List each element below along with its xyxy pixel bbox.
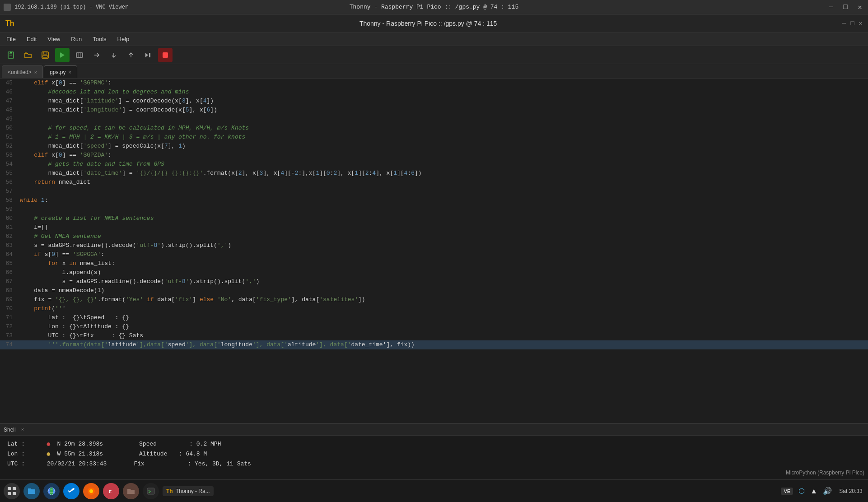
- line-content[interactable]: UTC : {}\tFix : {} Sats: [18, 331, 868, 340]
- step-over-button[interactable]: [89, 48, 104, 62]
- resume-button[interactable]: [141, 48, 155, 62]
- open-file-button[interactable]: [21, 48, 35, 62]
- code-line-65: 65 for x in nmea_list:: [0, 259, 868, 268]
- code-line-54: 54 # gets the date and time from GPS: [0, 160, 868, 169]
- line-content[interactable]: [18, 115, 868, 124]
- line-content[interactable]: nmea_dict['speed'] = speedCalc(x[7], 1): [18, 142, 868, 151]
- tab-untitled-close[interactable]: ×: [34, 70, 37, 75]
- menu-file[interactable]: File: [2, 34, 20, 44]
- maximize-button[interactable]: □: [841, 3, 850, 11]
- line-number: 52: [0, 142, 18, 151]
- menu-edit[interactable]: Edit: [22, 34, 41, 44]
- line-content[interactable]: for x in nmea_list:: [18, 259, 868, 268]
- fix-value: : Yes, 3D, 11 Sats: [170, 459, 251, 469]
- ve-icon[interactable]: VE: [781, 488, 793, 495]
- menu-run[interactable]: Run: [66, 34, 86, 44]
- code-line-57: 57: [0, 187, 868, 196]
- line-content[interactable]: [18, 187, 868, 196]
- debug-button[interactable]: [72, 48, 87, 62]
- line-content[interactable]: nmea_dict['latitude'] = coordDecode(x[3]…: [18, 97, 868, 106]
- menu-tools[interactable]: Tools: [88, 34, 111, 44]
- line-content[interactable]: return nmea_dict: [18, 178, 868, 187]
- line-content[interactable]: Lon : {}\tAltitude : {}: [18, 322, 868, 331]
- line-content[interactable]: # create a list for NMEA sentences: [18, 214, 868, 223]
- line-number: 59: [0, 205, 18, 214]
- editor-area: 45 elif x[0] == '$GPRMC':46 #decodes lat…: [0, 79, 868, 502]
- wifi-icon[interactable]: ▲: [810, 487, 817, 495]
- thonny-title-right[interactable]: ─ □ ✕: [842, 19, 863, 27]
- firefox-icon[interactable]: [83, 483, 99, 499]
- utc-value: 20/02/21 20:33:43: [43, 459, 107, 469]
- step-out-button[interactable]: [124, 48, 138, 62]
- line-number: 51: [0, 133, 18, 142]
- line-number: 48: [0, 106, 18, 115]
- thonny-maximize[interactable]: □: [850, 20, 854, 27]
- code-line-61: 61 l=[]: [0, 223, 868, 232]
- terminal-icon[interactable]: [143, 483, 159, 499]
- line-number: 50: [0, 124, 18, 133]
- stop-button[interactable]: [158, 48, 173, 62]
- tab-gpspy[interactable]: gps.py ×: [44, 65, 77, 78]
- bluetooth-icon[interactable]: ⬡: [798, 487, 805, 495]
- step-into-button[interactable]: [107, 48, 121, 62]
- line-content[interactable]: #decodes lat and lon to degrees and mins: [18, 88, 868, 97]
- code-line-45: 45 elif x[0] == '$GPRMC':: [0, 79, 868, 88]
- code-editor[interactable]: 45 elif x[0] == '$GPRMC':46 #decodes lat…: [0, 79, 868, 423]
- line-content[interactable]: if s[0] == '$GPGGA':: [18, 250, 868, 259]
- shell-close-button[interactable]: ×: [21, 427, 24, 432]
- tab-untitled[interactable]: <untitled> ×: [2, 65, 43, 78]
- line-content[interactable]: data = nmeaDecode(l): [18, 286, 868, 295]
- code-line-63: 63 s = adaGPS.readline().decode('utf-8')…: [0, 241, 868, 250]
- thonny-close[interactable]: ✕: [859, 19, 863, 27]
- minimize-button[interactable]: ─: [826, 3, 835, 11]
- file-manager-icon[interactable]: [23, 483, 40, 499]
- line-content[interactable]: [18, 205, 868, 214]
- line-content[interactable]: # for speed, it can be calculated in MPH…: [18, 124, 868, 133]
- line-content[interactable]: print(''': [18, 304, 868, 313]
- micropython-status: MicroPython (Raspberry Pi Pico): [786, 469, 864, 476]
- alt-label: Altitude: [139, 449, 175, 459]
- raspberry-pi-icon[interactable]: π: [103, 483, 119, 499]
- run-button[interactable]: [55, 48, 70, 62]
- line-content[interactable]: elif x[0] == '$GPRMC':: [18, 79, 868, 88]
- code-line-64: 64 if s[0] == '$GPGGA':: [0, 250, 868, 259]
- vscode-icon[interactable]: [63, 483, 79, 499]
- utc-label: UTC :: [7, 459, 43, 469]
- line-content[interactable]: while 1:: [18, 196, 868, 205]
- tab-gpspy-close[interactable]: ×: [69, 70, 71, 75]
- code-line-51: 51 # 1 = MPH | 2 = KM/H | 3 = m/s | any …: [0, 133, 868, 142]
- menu-view[interactable]: View: [43, 34, 65, 44]
- line-content[interactable]: l.append(s): [18, 268, 868, 277]
- close-button[interactable]: ✕: [855, 3, 864, 12]
- thonny-minimize[interactable]: ─: [842, 20, 846, 27]
- line-number: 74: [0, 340, 18, 349]
- new-file-button[interactable]: [4, 48, 18, 62]
- line-content[interactable]: nmea_dict['longitude'] = coordDecode(x[5…: [18, 106, 868, 115]
- line-number: 58: [0, 196, 18, 205]
- save-file-button[interactable]: [38, 48, 52, 62]
- speed-label: Speed: [139, 439, 175, 449]
- line-content[interactable]: elif x[0] == '$GPZDA':: [18, 151, 868, 160]
- folder-icon[interactable]: [123, 483, 139, 499]
- volume-icon[interactable]: 🔊: [823, 487, 832, 495]
- browser-icon[interactable]: [43, 483, 60, 499]
- line-content[interactable]: # 1 = MPH | 2 = KM/H | 3 = m/s | any oth…: [18, 133, 868, 142]
- line-content[interactable]: # gets the date and time from GPS: [18, 160, 868, 169]
- line-content[interactable]: l=[]: [18, 223, 868, 232]
- line-content[interactable]: # Get NMEA sentence: [18, 232, 868, 241]
- line-content[interactable]: Lat : {}\tSpeed : {}: [18, 313, 868, 322]
- thonny-taskbar[interactable]: Th Thonny - Ra...: [163, 486, 214, 496]
- line-number: 65: [0, 259, 18, 268]
- line-content[interactable]: fix = '{}, {}, {}'.format('Yes' if data[…: [18, 295, 868, 304]
- line-number: 72: [0, 322, 18, 331]
- app-grid-button[interactable]: [4, 483, 20, 499]
- line-content[interactable]: '''.format(data['latitude'],data['speed'…: [18, 340, 868, 349]
- code-line-46: 46 #decodes lat and lon to degrees and m…: [0, 88, 868, 97]
- menu-help[interactable]: Help: [113, 34, 134, 44]
- code-line-68: 68 data = nmeaDecode(l): [0, 286, 868, 295]
- line-content[interactable]: nmea_dict['date_time'] = '{}/{}/{} {}:{}…: [18, 169, 868, 178]
- line-content[interactable]: s = adaGPS.readline().decode('utf-8').st…: [18, 241, 868, 250]
- line-number: 67: [0, 277, 18, 286]
- line-content[interactable]: s = adaGPS.readline().decode('utf-8').st…: [18, 277, 868, 286]
- code-line-73: 73 UTC : {}\tFix : {} Sats: [0, 331, 868, 340]
